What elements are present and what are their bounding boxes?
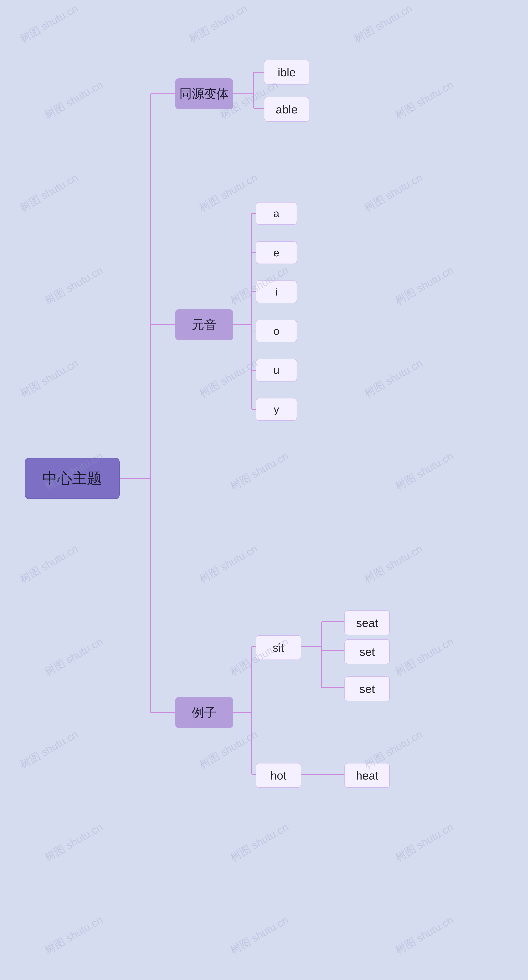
leaf-node-able: able bbox=[264, 97, 309, 122]
leaf-node-ible: ible bbox=[264, 60, 309, 84]
leaf-node-a: a bbox=[256, 202, 297, 225]
leaf-node-seat: seat bbox=[344, 611, 390, 635]
leaf-node-i: i bbox=[256, 280, 297, 303]
leaf-node-u: u bbox=[256, 359, 297, 382]
leaf-node-e: e bbox=[256, 241, 297, 264]
leaf-node-set2: set bbox=[344, 676, 390, 701]
leaf-node-heat: heat bbox=[344, 763, 390, 788]
leaf-node-y: y bbox=[256, 398, 297, 421]
branch-node-examples: 例子 bbox=[175, 697, 233, 728]
leaf-node-o: o bbox=[256, 320, 297, 342]
leaf-node-set1: set bbox=[344, 639, 390, 664]
center-node: 中心主题 bbox=[25, 458, 119, 499]
branch-node-cognates: 同源变体 bbox=[175, 78, 233, 109]
branch-node-vowels: 元音 bbox=[175, 309, 233, 340]
leaf-node-sit: sit bbox=[256, 635, 301, 660]
leaf-node-hot: hot bbox=[256, 763, 301, 788]
